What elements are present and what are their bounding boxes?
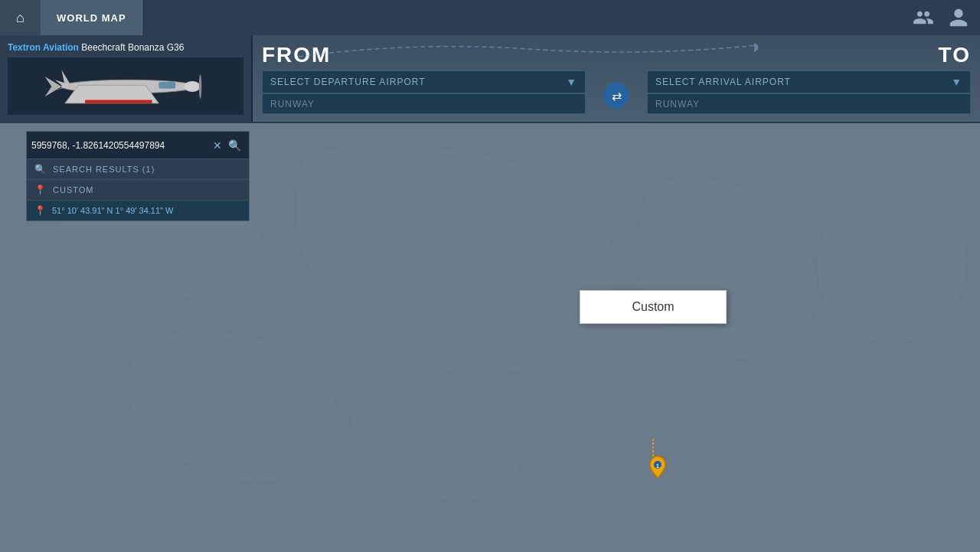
home-icon: ⌂	[16, 10, 24, 26]
world-map-label: WORLD MAP	[57, 12, 126, 24]
svg-rect-4	[86, 100, 153, 103]
result-coords: 51° 10' 43.91" N 1° 49' 34.11" W	[52, 206, 173, 215]
swap-airports-button[interactable]: ⇄	[603, 83, 629, 109]
search-panel: ✕ 🔍 🔍 SEARCH RESULTS (1) 📍 CUSTOM 📍 51° …	[26, 131, 250, 221]
pin-number: 1	[656, 463, 659, 469]
svg-rect-8	[159, 82, 176, 89]
users-icon-button[interactable]	[910, 4, 937, 31]
to-label: TO	[647, 43, 971, 67]
search-clear-button[interactable]: ✕	[210, 139, 225, 152]
search-results-label: SEARCH RESULTS (1)	[53, 165, 155, 174]
custom-label: CUSTOM	[53, 185, 93, 194]
aircraft-panel: Textron Aviation Beechcraft Bonanza G36	[0, 35, 253, 122]
aircraft-svg	[19, 60, 231, 113]
aircraft-title: Textron Aviation Beechcraft Bonanza G36	[8, 42, 243, 54]
search-input-row: ✕ 🔍	[27, 132, 249, 159]
swap-icon: ⇄	[612, 89, 622, 103]
result-pin-icon: 📍	[34, 205, 46, 216]
svg-text:∿  ∿: ∿ ∿	[612, 164, 625, 171]
search-input[interactable]	[31, 140, 210, 151]
search-submit-button[interactable]: 🔍	[225, 139, 244, 152]
world-map-tab[interactable]: WORLD MAP	[41, 0, 142, 35]
map-area: ∿ ∿ ∿∿ ∿ ∿ ✕ 🔍 🔍 SEARCH RESULTS (1) 📍 CU…	[0, 123, 980, 552]
nav-icons	[910, 0, 980, 35]
from-label: FROM	[262, 43, 586, 67]
profile-icon-button[interactable]	[945, 4, 972, 31]
profile-icon	[948, 7, 969, 28]
arrival-placeholder: SELECT ARRIVAL AIRPORT	[655, 77, 791, 87]
header-bar: Textron Aviation Beechcraft Bonanza G36	[0, 35, 980, 123]
search-result-item[interactable]: 📍 51° 10' 43.91" N 1° 49' 34.11" W	[27, 201, 249, 220]
departure-placeholder: SELECT DEPARTURE AIRPORT	[270, 77, 426, 87]
aircraft-image	[8, 57, 243, 115]
from-section: FROM SELECT DEPARTURE AIRPORT ▼ RUNWAY	[253, 35, 595, 122]
svg-marker-2	[45, 77, 62, 96]
custom-pin-icon: 📍	[34, 185, 47, 195]
departure-runway-field: RUNWAY	[262, 93, 586, 114]
users-icon	[913, 7, 934, 28]
departure-dropdown-arrow: ▼	[566, 76, 577, 88]
top-nav: ⌂ WORLD MAP	[0, 0, 980, 35]
svg-text:∿ ∿   ∿∿: ∿ ∿ ∿∿	[536, 149, 560, 155]
arrival-airport-select[interactable]: SELECT ARRIVAL AIRPORT ▼	[647, 70, 971, 93]
arrival-runway-label: RUNWAY	[655, 99, 700, 109]
home-button[interactable]: ⌂	[0, 0, 41, 35]
tooltip-label: Custom	[580, 291, 726, 323]
aircraft-brand: Textron Aviation	[8, 42, 79, 53]
custom-tooltip: Custom	[580, 290, 727, 324]
custom-header: 📍 CUSTOM	[27, 180, 249, 201]
svg-point-1	[185, 81, 201, 92]
pin-svg: 1	[647, 455, 668, 479]
arrival-dropdown-arrow: ▼	[951, 76, 962, 88]
svg-point-7	[199, 74, 202, 99]
aircraft-model: Beechcraft Bonanza G36	[81, 42, 184, 53]
arrival-runway-field: RUNWAY	[647, 93, 971, 114]
search-results-header: 🔍 SEARCH RESULTS (1)	[27, 159, 249, 180]
search-results-icon: 🔍	[34, 164, 47, 175]
to-section: TO SELECT ARRIVAL AIRPORT ▼ RUNWAY	[638, 35, 980, 122]
map-pin-marker[interactable]: 1	[647, 456, 668, 478]
departure-airport-select[interactable]: SELECT DEPARTURE AIRPORT ▼	[262, 70, 586, 93]
departure-runway-label: RUNWAY	[270, 99, 315, 109]
